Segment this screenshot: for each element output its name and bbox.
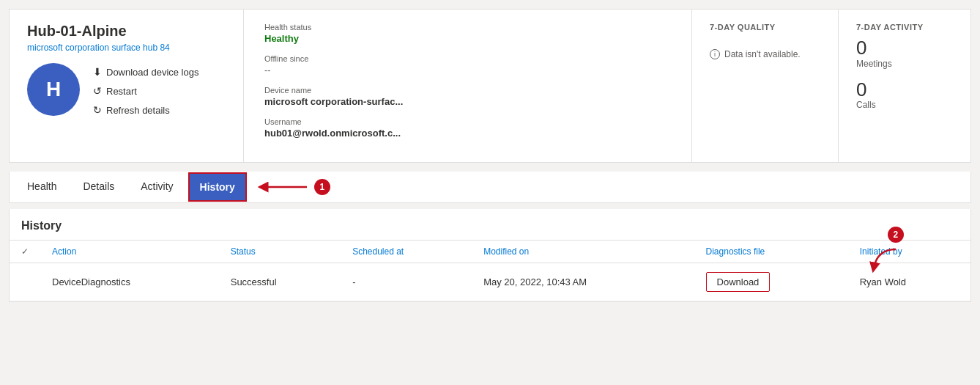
tab-health[interactable]: Health	[15, 172, 68, 202]
offline-since-row: Offline since --	[264, 54, 671, 76]
device-name-value: microsoft corporation-surfac...	[264, 96, 671, 107]
badge-2: 2	[888, 227, 904, 243]
history-section: History ✓ Action Status Scheduled at Mod…	[9, 209, 971, 302]
meetings-count: 0	[856, 37, 953, 59]
annotation-1: 1	[256, 177, 330, 197]
arrow-2-svg	[863, 246, 907, 275]
annotation-2: 2	[863, 227, 907, 275]
arrow-1-svg	[256, 177, 314, 197]
device-info-left: Hub-01-Alpine microsoft corporation surf…	[10, 10, 244, 162]
health-status-value: Healthy	[264, 33, 671, 44]
device-actions: ⬇ Download device logs ↺ Restart ↻ Refre…	[93, 66, 198, 116]
restart-icon: ↺	[93, 85, 102, 97]
quality-title: 7-DAY QUALITY	[710, 23, 820, 32]
refresh-icon: ↻	[93, 104, 102, 116]
history-table: ✓ Action Status Scheduled at Modified on…	[10, 240, 970, 301]
col-scheduled: Scheduled at	[341, 241, 472, 263]
calls-count: 0	[856, 79, 953, 100]
row-diagnostics: Download 2	[694, 263, 848, 301]
username-value: hub01@rwold.onmicrosoft.c...	[264, 128, 671, 139]
restart-link[interactable]: ↺ Restart	[93, 85, 198, 97]
quality-unavailable: i Data isn't available.	[710, 49, 820, 59]
download-logs-link[interactable]: ⬇ Download device logs	[93, 66, 198, 78]
tab-history[interactable]: History	[188, 172, 247, 202]
device-body: H ⬇ Download device logs ↺ Restart ↻ Ref…	[27, 63, 226, 116]
download-button[interactable]: Download	[706, 272, 771, 292]
offline-since-label: Offline since	[264, 54, 671, 63]
tabs-bar: Health Details Activity History 1	[9, 172, 971, 203]
col-check: ✓	[10, 241, 40, 263]
quality-unavailable-text: Data isn't available.	[724, 49, 801, 59]
col-status: Status	[219, 241, 341, 263]
row-modified: May 20, 2022, 10:43 AM	[472, 263, 694, 301]
quality-panel: 7-DAY QUALITY i Data isn't available.	[692, 10, 839, 162]
activity-panel: 7-DAY ACTIVITY 0 Meetings 0 Calls	[839, 10, 970, 162]
tab-history-container: History 1	[188, 172, 330, 202]
device-name-row: Device name microsoft corporation-surfac…	[264, 86, 671, 107]
username-row: Username hub01@rwold.onmicrosoft.c...	[264, 117, 671, 139]
username-label: Username	[264, 117, 671, 126]
row-check	[10, 263, 40, 301]
refresh-link[interactable]: ↻ Refresh details	[93, 104, 198, 116]
avatar: H	[27, 63, 80, 116]
refresh-label: Refresh details	[106, 105, 170, 116]
offline-since-value: --	[264, 65, 671, 76]
tab-activity[interactable]: Activity	[129, 172, 185, 202]
download-icon: ⬇	[93, 66, 102, 78]
device-title: Hub-01-Alpine	[27, 23, 226, 40]
health-status-label: Health status	[264, 23, 671, 32]
table-row: DeviceDiagnostics Successful - May 20, 2…	[10, 263, 970, 301]
col-modified: Modified on	[472, 241, 694, 263]
row-action: DeviceDiagnostics	[40, 263, 219, 301]
health-status-panel: Health status Healthy Offline since -- D…	[244, 10, 692, 162]
badge-1: 1	[314, 179, 330, 195]
calls-label: Calls	[856, 100, 953, 110]
device-name-label: Device name	[264, 86, 671, 95]
tab-details[interactable]: Details	[71, 172, 126, 202]
history-title: History	[10, 209, 970, 240]
calls-stat: 0 Calls	[856, 79, 953, 111]
device-card: Hub-01-Alpine microsoft corporation surf…	[9, 9, 971, 163]
health-status-row: Health status Healthy	[264, 23, 671, 44]
info-icon: i	[710, 49, 720, 59]
row-status: Successful	[219, 263, 341, 301]
restart-label: Restart	[106, 86, 137, 97]
col-action: Action	[40, 241, 219, 263]
device-subtitle: microsoft corporation surface hub 84	[27, 43, 226, 53]
download-logs-label: Download device logs	[106, 67, 198, 78]
row-scheduled: -	[341, 263, 472, 301]
meetings-label: Meetings	[856, 59, 953, 69]
activity-title: 7-DAY ACTIVITY	[856, 23, 953, 32]
meetings-stat: 0 Meetings	[856, 37, 953, 69]
col-diagnostics: Diagnostics file	[694, 241, 848, 263]
